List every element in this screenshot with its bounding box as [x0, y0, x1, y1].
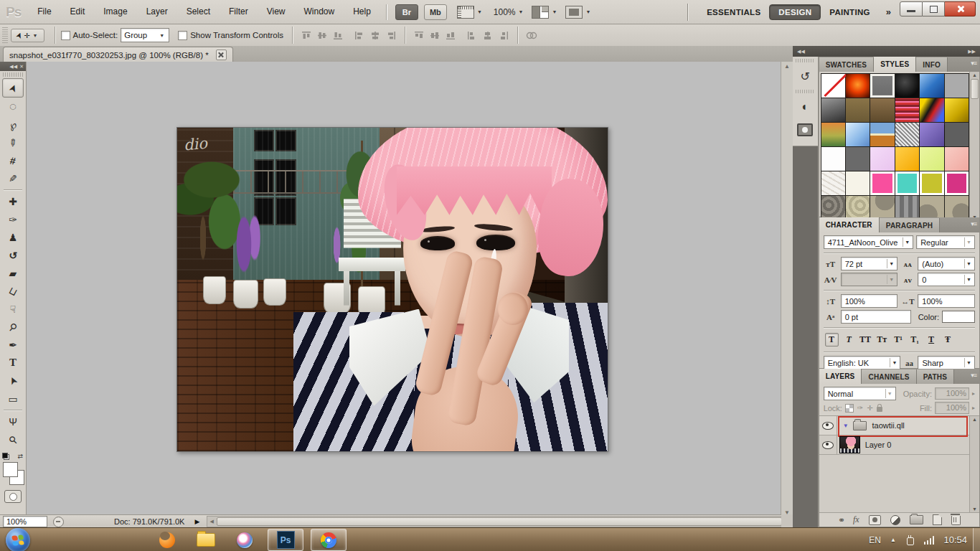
tab-info[interactable]: INFO [916, 57, 948, 72]
distribute-left-edges-button[interactable] [464, 27, 480, 43]
link-layers-icon[interactable]: ⚭ [838, 515, 844, 525]
style-swatch-3[interactable] [870, 74, 894, 98]
align-top-edges-button[interactable] [298, 27, 314, 43]
align-bottom-edges-button[interactable] [330, 27, 346, 43]
scroll-down-icon[interactable]: ▼ [784, 509, 790, 514]
clock[interactable]: 10:54 [943, 534, 967, 545]
show-hidden-icons[interactable]: ▲ [890, 537, 896, 543]
style-swatch-26[interactable] [846, 171, 870, 195]
history-panel-icon[interactable]: ↺ [795, 66, 815, 86]
distribute-bottom-edges-button[interactable] [443, 27, 458, 43]
pen-tool[interactable]: ✒ [3, 336, 23, 354]
zoom-percent-field[interactable]: 100% [3, 516, 47, 527]
spot-healing-brush-tool[interactable]: ✚ [3, 192, 23, 210]
font-family-dropdown[interactable]: 4711_AtNoon_Olive▼ [824, 235, 914, 249]
tracking-dropdown[interactable]: 0▼ [918, 273, 975, 286]
text-color-swatch[interactable] [942, 311, 975, 323]
paint-bucket-tool[interactable]: ⊔ [3, 282, 23, 300]
small-caps-button[interactable]: Tᴛ [876, 334, 888, 346]
distribute-vertical-centers-button[interactable] [427, 27, 443, 43]
taskbar-browser-icon[interactable] [232, 531, 257, 550]
style-swatch-1[interactable] [821, 74, 845, 98]
scroll-up-icon[interactable]: ▲ [972, 72, 977, 77]
auto-select-dropdown[interactable]: Group▼ [121, 28, 169, 42]
style-swatch-17[interactable] [920, 123, 943, 146]
hand-tool[interactable]: Ψ [3, 413, 23, 430]
menu-help[interactable]: Help [344, 0, 380, 24]
fill-spinner-icon[interactable]: ▸ [972, 405, 975, 411]
lock-transparency-icon[interactable] [845, 404, 854, 413]
layer-name[interactable]: Layer 0 [865, 441, 892, 449]
subscript-button[interactable]: T₁ [909, 334, 921, 346]
tab-paths[interactable]: PATHS [917, 369, 954, 384]
tab-channels[interactable]: CHANNELS [862, 369, 916, 384]
style-swatch-8[interactable] [846, 98, 870, 122]
style-swatch-5[interactable] [920, 74, 943, 98]
blend-mode-dropdown[interactable]: Normal▼ [824, 387, 896, 400]
font-style-dropdown[interactable]: Regular▼ [916, 235, 975, 249]
vertical-scale-field[interactable]: 100% [841, 294, 898, 308]
align-vertical-centers-button[interactable] [314, 27, 330, 43]
scroll-down-icon[interactable]: ▼ [972, 507, 977, 512]
elliptical-marquee-tool[interactable]: ◌ [3, 98, 23, 116]
new-group-icon[interactable] [910, 515, 923, 524]
layer-row[interactable]: Layer 0 [819, 435, 969, 455]
current-tool-preset[interactable]: ➤ ✛ ▼ [11, 29, 44, 42]
smudge-tool[interactable]: ☟ [3, 300, 23, 318]
anti-alias-dropdown[interactable]: Sharp▼ [918, 356, 975, 369]
panel-grip[interactable] [796, 59, 814, 62]
panel-menu-icon[interactable]: ▾≡ [971, 60, 976, 67]
vertical-scrollbar[interactable]: ▲ ▼ [781, 62, 793, 514]
panel-grip[interactable] [796, 90, 814, 93]
taskbar-chrome-button[interactable] [311, 529, 347, 551]
default-colors-icon[interactable] [2, 453, 9, 460]
style-swatch-16[interactable] [895, 123, 919, 146]
style-swatch-23[interactable] [920, 147, 943, 171]
options-bar-grip[interactable] [2, 27, 8, 43]
style-swatch-4[interactable] [895, 74, 919, 98]
horizontal-scrollbar[interactable]: ◀ ▶ [207, 516, 791, 527]
menu-file[interactable]: File [28, 0, 60, 24]
distribute-top-edges-button[interactable] [411, 27, 427, 43]
type-tool[interactable]: T [3, 354, 23, 372]
font-size-dropdown[interactable]: 72 pt▼ [841, 257, 898, 270]
chevron-down-icon[interactable]: ▼ [519, 9, 524, 14]
strikethrough-button[interactable]: Ŧ [942, 334, 954, 346]
restore-button[interactable] [923, 1, 945, 17]
visibility-cell[interactable] [819, 416, 837, 435]
style-swatch-19[interactable] [821, 147, 845, 171]
opacity-spinner-icon[interactable]: ▸ [972, 390, 975, 397]
language-indicator[interactable]: EN [869, 535, 881, 545]
collapse-tools-icon[interactable]: ◀◀ [9, 64, 17, 70]
menu-filter[interactable]: Filter [220, 0, 258, 24]
status-flyout-icon[interactable] [53, 517, 64, 527]
style-swatch-36[interactable] [945, 196, 969, 220]
show-transform-checkbox[interactable] [178, 31, 187, 40]
scroll-up-icon[interactable]: ▲ [784, 63, 790, 70]
auto-align-layers-button[interactable] [524, 27, 540, 43]
eye-icon[interactable] [822, 441, 834, 449]
align-horizontal-centers-button[interactable] [367, 27, 383, 43]
quick-mask-button[interactable] [4, 490, 22, 503]
opacity-field[interactable]: 100% [935, 387, 969, 400]
show-desktop-button[interactable] [973, 528, 980, 551]
zoom-level-control[interactable]: 100% [494, 7, 516, 17]
style-swatch-34[interactable] [895, 196, 919, 220]
document-tab[interactable]: snapshot_e031f770_80320253.jpg @ 100% (R… [3, 47, 233, 62]
style-swatch-32[interactable] [846, 196, 870, 220]
menu-select[interactable]: Select [177, 0, 220, 24]
distribute-right-edges-button[interactable] [496, 27, 512, 43]
menu-window[interactable]: Window [295, 0, 344, 24]
style-swatch-6[interactable] [945, 74, 969, 98]
minimize-button[interactable] [900, 1, 923, 17]
kerning-dropdown[interactable]: ▼ [841, 273, 898, 286]
language-dropdown[interactable]: English: UK▼ [824, 356, 901, 369]
style-swatch-9[interactable] [870, 98, 894, 122]
faux-italic-button[interactable]: T [843, 334, 855, 346]
close-button[interactable] [945, 1, 976, 17]
crop-tool[interactable]: # [3, 151, 23, 169]
adjustment-layer-icon[interactable] [890, 515, 900, 525]
scrollbar-thumb[interactable] [217, 517, 782, 526]
tab-styles[interactable]: STYLES [874, 57, 916, 72]
view-extras-icon[interactable] [457, 6, 474, 19]
